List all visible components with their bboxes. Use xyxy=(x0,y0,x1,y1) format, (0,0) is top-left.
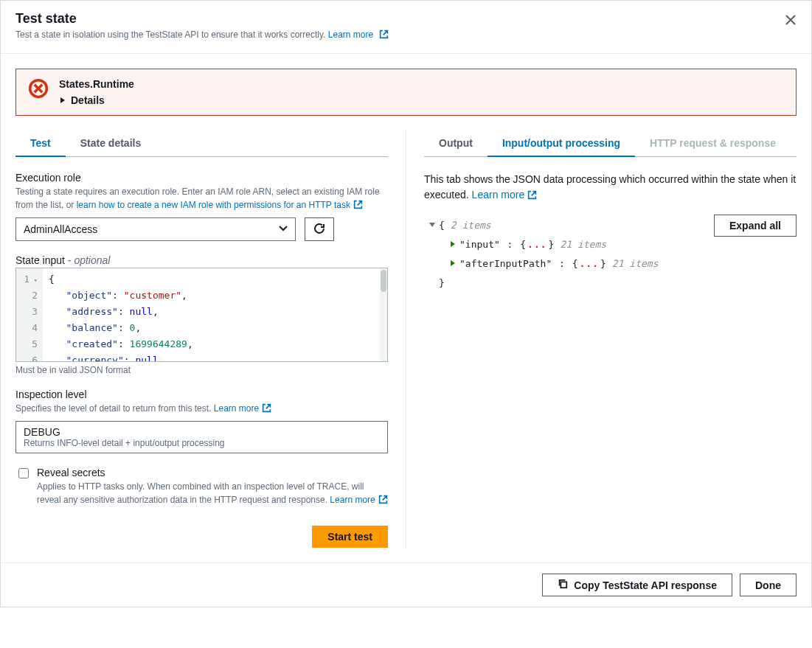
external-link-icon xyxy=(379,29,389,41)
inspection-select[interactable]: DEBUG Returns INFO-level detail + input/… xyxy=(15,421,388,453)
alert-title: States.Runtime xyxy=(59,78,784,90)
close-button[interactable] xyxy=(782,11,799,31)
chevron-down-icon[interactable] xyxy=(427,216,437,235)
expand-all-button[interactable]: Expand all xyxy=(714,215,797,237)
reveal-secrets-row: Reveal secrets Applies to HTTP tasks onl… xyxy=(15,467,388,508)
reveal-secrets-label: Reveal secrets xyxy=(37,467,388,478)
inspection-desc: Specifies the level of detail to return … xyxy=(15,402,388,417)
error-icon xyxy=(28,78,49,101)
left-tabs: Test State details xyxy=(15,130,388,157)
state-input-label: State input - optional xyxy=(15,254,388,266)
editor-scrollbar[interactable] xyxy=(380,268,387,361)
inspection-label: Inspection level xyxy=(15,389,388,400)
exec-role-desc-link[interactable]: learn how to create a new IAM role with … xyxy=(77,200,363,210)
header-learn-more-link[interactable]: Learn more xyxy=(328,29,389,40)
tab-state-details[interactable]: State details xyxy=(66,130,156,157)
tab-io-processing[interactable]: Input/output processing xyxy=(487,130,635,157)
reveal-learn-more-link[interactable]: Learn more xyxy=(330,495,387,505)
svg-rect-1 xyxy=(561,582,567,588)
refresh-icon xyxy=(313,223,325,237)
inspection-learn-more-link[interactable]: Learn more xyxy=(214,403,271,414)
done-button[interactable]: Done xyxy=(740,574,797,596)
exec-role-label: Execution role xyxy=(15,172,388,184)
editor-gutter: 1 2 3 4 5 6 xyxy=(16,268,43,361)
test-state-modal: Test state Test a state in isolation usi… xyxy=(0,0,812,607)
modal-footer: Copy TestState API response Done xyxy=(1,562,811,607)
refresh-button[interactable] xyxy=(305,217,334,241)
editor-code[interactable]: { "object": "customer", "address": null,… xyxy=(43,268,387,361)
right-tabs: Output Input/output processing HTTP requ… xyxy=(424,130,797,157)
modal-header: Test state Test a state in isolation usi… xyxy=(1,1,811,54)
start-test-button[interactable]: Start test xyxy=(312,526,388,548)
copy-response-button[interactable]: Copy TestState API response xyxy=(542,574,732,596)
chevron-right-icon[interactable] xyxy=(448,254,458,274)
external-link-icon xyxy=(527,189,537,204)
chevron-right-icon[interactable] xyxy=(448,235,458,254)
right-learn-more-link[interactable]: Learn more xyxy=(472,189,538,201)
tab-output[interactable]: Output xyxy=(424,130,487,157)
state-input-helper: Must be in valid JSON format xyxy=(15,365,388,375)
alert-details-toggle[interactable]: Details xyxy=(59,94,784,106)
error-alert: States.Runtime Details xyxy=(15,69,797,116)
right-desc: This tab shows the JSON data processing … xyxy=(424,172,797,204)
json-viewer: Expand all { 2 items "input" : {...} 21 … xyxy=(424,216,797,293)
state-input-editor[interactable]: 1 2 3 4 5 6 { "object": "customer", "add… xyxy=(15,268,388,362)
json-root-close: · } xyxy=(427,274,797,293)
external-link-icon xyxy=(262,403,271,417)
exec-role-select[interactable]: AdminAllAccess xyxy=(15,217,296,241)
reveal-secrets-desc: Applies to HTTP tasks only. When combine… xyxy=(37,480,388,508)
external-link-icon xyxy=(378,495,388,508)
close-icon xyxy=(785,17,797,28)
json-key-input[interactable]: "input" : {...} 21 items xyxy=(427,235,797,254)
modal-subtitle: Test a state in isolation using the Test… xyxy=(15,29,797,41)
tab-http: HTTP request & response xyxy=(635,130,791,157)
copy-icon xyxy=(558,579,568,591)
external-link-icon xyxy=(353,200,363,213)
chevron-right-icon xyxy=(59,94,66,106)
reveal-secrets-checkbox[interactable] xyxy=(18,468,29,478)
json-key-afterinputpath[interactable]: "afterInputPath" : {...} 21 items xyxy=(427,254,797,274)
modal-title: Test state xyxy=(15,11,797,27)
tab-test[interactable]: Test xyxy=(15,130,66,157)
exec-role-desc: Testing a state requires an execution ro… xyxy=(15,185,388,213)
chevron-down-icon xyxy=(279,223,288,235)
